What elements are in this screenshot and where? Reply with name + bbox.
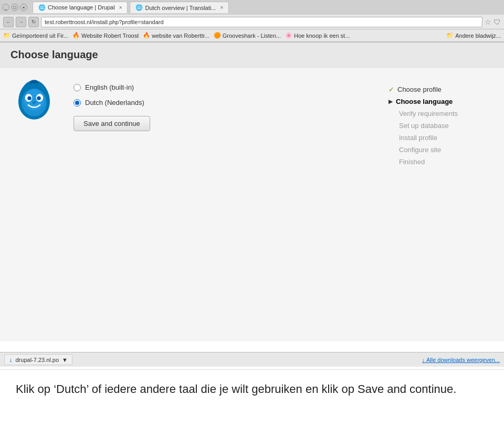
bookmark-label: Website Robert Troost	[81, 33, 139, 39]
radio-dutch[interactable]: Dutch (Nederlands)	[74, 99, 378, 106]
page-content: Choose language	[0, 42, 504, 342]
address-bar-row: ← → ↻ ☆ 🛡	[0, 15, 504, 29]
back-button[interactable]: ←	[3, 17, 14, 27]
instruction-text: Klik op ‘Dutch’ of iedere andere taal di…	[16, 380, 488, 398]
bookmark-icon: 🔥	[72, 32, 80, 39]
radio-dutch-circle[interactable]	[74, 99, 81, 106]
address-input[interactable]	[41, 17, 482, 27]
maximize-button[interactable]: □	[11, 4, 18, 11]
close-button[interactable]: ×	[20, 4, 27, 11]
tab-label: Choose language | Drupal	[48, 4, 115, 10]
browser-chrome: _ □ × 🌐 Choose language | Drupal × 🌐 Dut…	[0, 0, 504, 42]
radio-dutch-label: Dutch (Nederlands)	[85, 99, 144, 106]
bookmark-item-hoe[interactable]: 🌸 Hoe knoop ik een st...	[285, 32, 350, 39]
bookmark-item-grooveshark[interactable]: 🟠 Grooveshark - Listen...	[214, 32, 281, 39]
download-bar: ↓ drupal-7.23.nl.po ▼ ↓ Alle downloads w…	[0, 352, 504, 367]
svg-point-6	[32, 101, 36, 104]
step-finished: Finished	[388, 156, 494, 168]
download-arrow-icon: ↓	[9, 356, 13, 364]
step-label: Configure site	[399, 146, 441, 154]
bookmark-icon: 🔥	[143, 32, 150, 39]
download-filename: drupal-7.23.nl.po	[16, 357, 59, 363]
install-layout: English (built-in) Dutch (Nederlands) Sa…	[0, 68, 504, 178]
step-verify-requirements: Verify requirements	[388, 108, 494, 120]
bookmark-icon: 🌸	[285, 32, 292, 39]
download-item[interactable]: ↓ drupal-7.23.nl.po ▼	[4, 354, 72, 365]
tab-icon: 🌐	[135, 4, 143, 11]
bookmark-star-icon[interactable]: ☆	[485, 18, 491, 26]
bottom-text-area: Klik op ‘Dutch’ of iedere andere taal di…	[0, 369, 504, 448]
folder-label: Andere bladwijz...	[455, 33, 501, 39]
radio-english-label: English (built-in)	[85, 83, 134, 91]
bookmark-folder-andere[interactable]: 📁 Andere bladwijz...	[446, 32, 501, 39]
forward-button[interactable]: →	[16, 17, 26, 27]
svg-point-5	[37, 97, 41, 101]
step-label: Choose profile	[397, 86, 442, 93]
window-controls: _ □ ×	[2, 4, 27, 11]
bookmark-item-roberttr[interactable]: 🔥 website van Roberttr...	[143, 32, 209, 39]
tab-dutch-overview[interactable]: 🌐 Dutch overview | Translati... ×	[130, 2, 229, 13]
step-arrow-icon: ▶	[388, 99, 393, 104]
step-setup-database: Set up database	[388, 120, 494, 132]
page-header: Choose language	[0, 42, 504, 68]
form-and-steps: English (built-in) Dutch (Nederlands) Sa…	[74, 78, 494, 168]
bookmark-label: Hoe knoop ik een st...	[294, 33, 350, 39]
steps-sidebar: ✓ Choose profile ▶ Choose language Verif…	[388, 78, 494, 168]
step-label: Set up database	[399, 122, 449, 130]
tab-close-icon[interactable]: ×	[119, 5, 122, 10]
download-dropdown-icon[interactable]: ▼	[62, 357, 68, 363]
minimize-button[interactable]: _	[2, 4, 9, 11]
bookmark-label: Grooveshark - Listen...	[223, 33, 281, 39]
step-check-icon: ✓	[388, 86, 394, 93]
all-downloads-link[interactable]: ↓ Alle downloads weergeven...	[422, 357, 500, 363]
step-label: Choose language	[396, 98, 453, 105]
step-label: Install profile	[399, 134, 437, 142]
bookmark-icon: 📁	[3, 32, 10, 39]
step-choose-profile: ✓ Choose profile	[388, 83, 494, 95]
bookmark-item-fir[interactable]: 📁 Geïmporteerd uit Fir...	[3, 32, 68, 39]
bookmark-label: Geïmporteerd uit Fir...	[12, 33, 68, 39]
title-bar: _ □ × 🌐 Choose language | Drupal × 🌐 Dut…	[0, 0, 504, 15]
radio-english-circle[interactable]	[74, 84, 81, 91]
step-choose-language: ▶ Choose language	[388, 95, 494, 108]
step-install-profile: Install profile	[388, 132, 494, 144]
save-continue-button[interactable]: Save and continue	[74, 116, 150, 131]
reload-button[interactable]: ↻	[28, 17, 39, 27]
tab-close-icon[interactable]: ×	[220, 5, 223, 10]
bookmark-item-robert[interactable]: 🔥 Website Robert Troost	[72, 32, 139, 39]
tab-choose-language[interactable]: 🌐 Choose language | Drupal ×	[33, 2, 128, 13]
step-label: Verify requirements	[399, 110, 458, 118]
step-label: Finished	[399, 158, 425, 166]
drupal-logo	[10, 78, 63, 168]
drupal-drop-svg	[10, 78, 58, 125]
svg-point-4	[27, 97, 32, 101]
page-title: Choose language	[10, 49, 494, 61]
tab-icon: 🌐	[38, 4, 46, 11]
tab-label: Dutch overview | Translati...	[145, 5, 216, 11]
kaspersky-icon: 🛡	[494, 18, 501, 26]
step-configure-site: Configure site	[388, 144, 494, 156]
folder-icon: 📁	[446, 32, 454, 39]
language-form: English (built-in) Dutch (Nederlands) Sa…	[74, 78, 378, 168]
bookmark-label: website van Roberttr...	[152, 33, 209, 39]
bookmarks-bar: 📁 Geïmporteerd uit Fir... 🔥 Website Robe…	[0, 29, 504, 42]
radio-english[interactable]: English (built-in)	[74, 83, 378, 91]
bookmark-icon: 🟠	[214, 32, 221, 39]
